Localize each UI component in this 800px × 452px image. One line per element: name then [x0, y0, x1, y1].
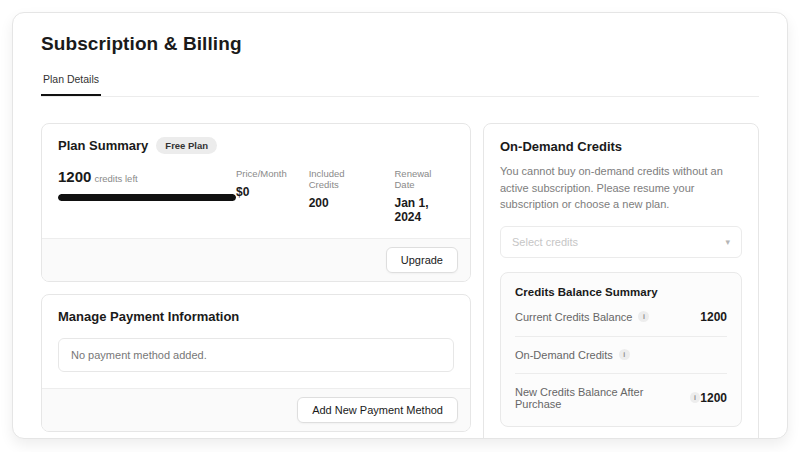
upgrade-button[interactable]: Upgrade: [386, 247, 458, 273]
tab-bar: Plan Details: [41, 73, 759, 97]
on-demand-title: On-Demand Credits: [500, 139, 742, 154]
add-payment-method-button[interactable]: Add New Payment Method: [297, 397, 458, 423]
select-credits-placeholder: Select credits: [512, 236, 578, 248]
payment-footer: Add New Payment Method: [42, 388, 470, 431]
content-area: Plan Summary Free Plan 1200credits left: [41, 123, 759, 439]
stat-renewal-date: Renewal Date Jan 1, 2024: [394, 168, 454, 224]
right-column: On-Demand Credits You cannot buy on-dema…: [483, 123, 759, 439]
info-icon[interactable]: i: [619, 349, 630, 360]
free-plan-badge: Free Plan: [156, 137, 217, 154]
credits-balance-summary-title: Credits Balance Summary: [515, 286, 727, 298]
on-demand-description: You cannot buy on-demand credits without…: [500, 163, 742, 213]
credits-progress-fill: [58, 194, 236, 201]
credits-progress-bar: [58, 194, 236, 201]
credits-balance-summary: Credits Balance Summary Current Credits …: [500, 272, 742, 427]
plan-summary-title: Plan Summary: [58, 138, 148, 153]
plan-summary-footer: Upgrade: [42, 238, 470, 281]
payment-card: Manage Payment Information No payment me…: [41, 294, 471, 432]
summary-row-current-balance: Current Credits Balance i 1200: [515, 298, 727, 337]
stat-price-month: Price/Month $0: [236, 168, 287, 224]
chevron-down-icon: ▾: [725, 237, 730, 247]
on-demand-body: On-Demand Credits You cannot buy on-dema…: [484, 124, 758, 439]
credits-left-label: credits left: [94, 173, 137, 184]
page-title: Subscription & Billing: [41, 33, 759, 55]
stat-included-credits: Included Credits 200: [309, 168, 373, 224]
info-icon[interactable]: i: [690, 392, 700, 403]
select-credits-dropdown[interactable]: Select credits ▾: [500, 226, 742, 258]
tab-plan-details[interactable]: Plan Details: [41, 73, 101, 96]
info-icon[interactable]: i: [638, 311, 649, 322]
summary-row-on-demand: On-Demand Credits i: [515, 337, 727, 374]
on-demand-credits-card: On-Demand Credits You cannot buy on-dema…: [483, 123, 759, 439]
credits-left-value: 1200: [58, 168, 91, 185]
left-column: Plan Summary Free Plan 1200credits left: [41, 123, 471, 439]
subscription-billing-panel: Subscription & Billing Plan Details Plan…: [12, 12, 788, 439]
plan-summary-card: Plan Summary Free Plan 1200credits left: [41, 123, 471, 282]
plan-stats: Price/Month $0 Included Credits 200 Rene…: [236, 168, 454, 224]
summary-row-new-balance: New Credits Balance After Purchase i 120…: [515, 374, 727, 422]
payment-body: Manage Payment Information No payment me…: [42, 295, 470, 388]
plan-summary-head: Plan Summary Free Plan 1200credits left: [42, 124, 470, 238]
credits-left-block: 1200credits left: [58, 168, 236, 224]
no-payment-method-box: No payment method added.: [58, 338, 454, 372]
payment-title: Manage Payment Information: [58, 309, 454, 324]
